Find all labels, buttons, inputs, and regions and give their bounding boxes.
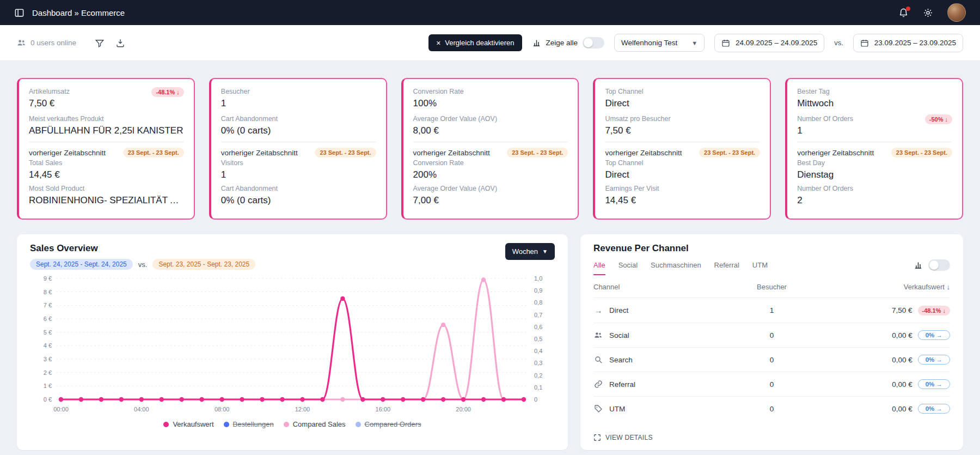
sales-overview-title: Sales Overview: [30, 243, 255, 254]
users-online: 0 users online: [17, 38, 76, 47]
kpi-value: 8,00 €: [413, 125, 568, 136]
previous-period-badge: 23 Sept. - 23 Sept.: [891, 148, 952, 157]
kpi-value: 14,45 €: [29, 169, 184, 180]
chart-view-toggle[interactable]: [928, 259, 950, 271]
sales-value: 0,00 €: [892, 331, 912, 339]
expand-icon: [593, 434, 601, 441]
kpi-value: 0% (0 carts): [221, 125, 376, 136]
view-details-link[interactable]: VIEW DETAILS: [593, 434, 950, 441]
legend-dot: [224, 422, 229, 427]
show-all-toggle[interactable]: [583, 37, 604, 48]
sidebar-toggle-icon[interactable]: [14, 8, 24, 18]
chart-legend: VerkaufswertBestellungenCompared SalesCo…: [30, 420, 555, 428]
kpi-value: 0% (0 carts): [221, 195, 376, 206]
kpi-value: 2: [797, 195, 952, 206]
legend-dot: [163, 422, 169, 427]
change-badge: 0% →: [918, 379, 950, 389]
svg-text:20:00: 20:00: [456, 406, 471, 412]
svg-text:0,1: 0,1: [534, 384, 542, 391]
notifications-bell-icon[interactable]: [898, 8, 909, 18]
legend-item[interactable]: Bestellungen: [224, 420, 274, 428]
tab-utm[interactable]: UTM: [752, 261, 768, 275]
toolbar: 0 users online × Vergleich deaktivieren …: [0, 25, 980, 61]
sales-value: 0,00 €: [892, 405, 912, 413]
legend-item[interactable]: Compared Orders: [356, 420, 421, 428]
kpi-value: 100%: [413, 98, 568, 109]
table-header: Channel Besucher Verkaufswert ↓: [593, 275, 950, 298]
revenue-panel-title: Revenue Per Channel: [593, 243, 950, 254]
sales-value: 7,50 €: [892, 306, 912, 314]
tab-suchmaschinen[interactable]: Suchmaschinen: [651, 261, 701, 275]
legend-item[interactable]: Verkaufswert: [163, 420, 213, 428]
compare-period-badge: Sept. 23, 2025 - Sept. 23, 2025: [152, 259, 255, 270]
kpi-label: Cart Abandonment: [221, 185, 376, 192]
kpi-card-besucher: Besucher 1 Cart Abandonment 0% (0 carts)…: [209, 78, 387, 220]
close-icon: ×: [436, 39, 440, 47]
kpi-label: Best Day: [797, 159, 952, 167]
change-badge: 0% →: [918, 355, 950, 365]
kpi-label: Meist verkauftes Produkt: [29, 115, 104, 123]
user-avatar[interactable]: [947, 3, 966, 22]
kpi-card-top-channel: Top Channel Direct Umsatz pro Besucher 7…: [593, 78, 771, 220]
table-row-utm[interactable]: UTM 0 0,00 €0% →: [593, 396, 950, 421]
kpi-label: Number Of Orders: [797, 185, 952, 192]
vs-label: vs.: [138, 260, 148, 269]
change-badge: -50% ↓: [925, 114, 952, 124]
table-row-direct[interactable]: →Direct 1 7,50 €-48.1% ↓: [593, 298, 950, 323]
breadcrumb: Dashboard » Ecommerce: [32, 8, 125, 17]
top-navbar: Dashboard » Ecommerce: [0, 0, 980, 25]
visitors-value: 1: [739, 306, 805, 314]
sales-overview-chart[interactable]: 9 €8 €7 €6 €5 €4 €3 €2 €1 €0 €1,00,90,80…: [30, 272, 554, 418]
channel-name: Direct: [609, 306, 628, 314]
table-row-social[interactable]: Social 0 0,00 €0% →: [593, 323, 950, 347]
svg-text:0,6: 0,6: [534, 324, 542, 330]
date-range-compare[interactable]: 23.09.2025 – 23.09.2025: [853, 34, 963, 52]
svg-text:0,9: 0,9: [534, 287, 542, 294]
kpi-value: Direct: [605, 98, 760, 109]
shop-selector[interactable]: Welfenhonig Test ▼: [614, 34, 705, 52]
channel-name: Search: [609, 356, 633, 364]
column-verkaufswert[interactable]: Verkaufswert ↓: [805, 283, 951, 291]
table-row-search[interactable]: Search 0 0,00 €0% →: [593, 347, 950, 372]
kpi-label: Artikelumsatz: [29, 88, 70, 95]
download-icon[interactable]: [115, 38, 125, 48]
legend-label: Bestellungen: [233, 420, 274, 428]
calendar-icon: [721, 39, 730, 47]
kpi-value: ROBINIENHONIG- SPEZIALITÄT AUS DE...: [29, 195, 184, 206]
svg-text:0,5: 0,5: [534, 336, 542, 342]
divider: [221, 142, 376, 142]
change-badge: 0% →: [918, 330, 950, 340]
kpi-label: Visitors: [221, 159, 376, 167]
kpi-label: Average Order Value (AOV): [413, 185, 568, 192]
filter-icon[interactable]: [95, 38, 105, 48]
kpi-label: Average Order Value (AOV): [413, 115, 497, 123]
previous-period-label: vorheriger Zeitabschnitt: [413, 149, 490, 157]
legend-label: Compared Sales: [293, 420, 346, 428]
tab-social[interactable]: Social: [618, 261, 638, 275]
tab-alle[interactable]: Alle: [593, 261, 605, 275]
kpi-value: Mittwoch: [797, 98, 952, 109]
table-row-referral[interactable]: Referral 0 0,00 €0% →: [593, 372, 950, 396]
chevron-down-icon: ▼: [542, 248, 548, 254]
search-icon: [593, 355, 603, 364]
svg-text:7 €: 7 €: [44, 302, 52, 308]
channel-name: Social: [609, 331, 629, 339]
channel-name: Referral: [609, 380, 635, 389]
date-range-primary[interactable]: 24.09.2025 – 24.09.2025: [714, 34, 824, 52]
divider: [605, 142, 760, 142]
legend-item[interactable]: Compared Sales: [284, 420, 346, 428]
period-select-button[interactable]: Wochen ▼: [505, 243, 555, 260]
sales-value: 0,00 €: [892, 356, 912, 364]
channel-tabs: Alle Social Suchmaschinen Referral UTM: [593, 261, 768, 275]
bar-chart-icon: [532, 38, 541, 47]
settings-gear-icon[interactable]: [923, 8, 933, 18]
svg-text:0,8: 0,8: [534, 299, 542, 306]
column-besucher: Besucher: [739, 283, 805, 291]
users-icon: [593, 331, 603, 339]
tab-referral[interactable]: Referral: [714, 261, 739, 275]
svg-text:2 €: 2 €: [44, 369, 52, 376]
bar-chart-icon: [914, 260, 923, 270]
disable-compare-button[interactable]: × Vergleich deaktivieren: [428, 34, 522, 51]
svg-text:0,3: 0,3: [534, 360, 542, 366]
kpi-label: Conversion Rate: [413, 159, 568, 167]
